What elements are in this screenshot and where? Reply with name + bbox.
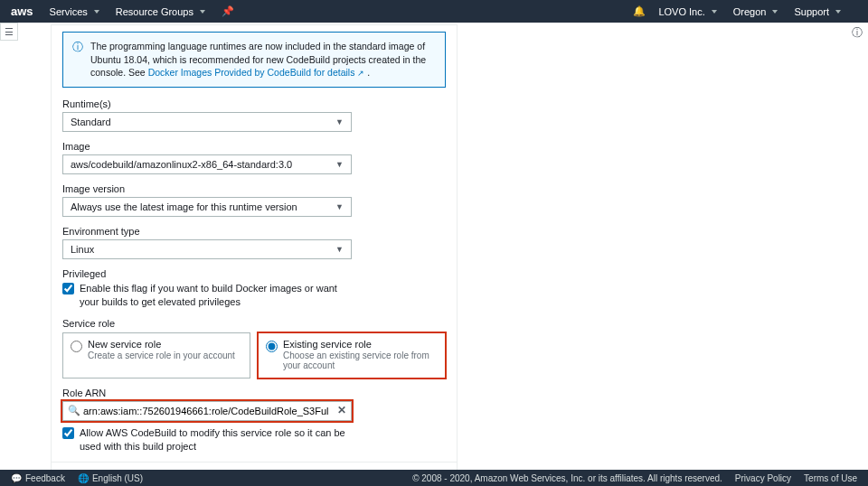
privileged-field: Privileged Enable this flag if you want … (62, 268, 446, 309)
role-arn-input[interactable] (62, 401, 352, 421)
image-value: aws/codebuild/amazonlinux2-x86_64-standa… (71, 159, 292, 170)
existing-role-title: Existing service role (283, 339, 438, 350)
runtime-select[interactable]: Standard ▼ (62, 112, 352, 132)
runtime-field: Runtime(s) Standard ▼ (62, 98, 446, 132)
chevron-down-icon: ▼ (335, 160, 344, 169)
nav-support[interactable]: Support (794, 6, 841, 17)
caret-down-icon (712, 10, 717, 14)
image-version-select[interactable]: Always use the latest image for this run… (62, 197, 352, 217)
runtime-value: Standard (71, 117, 111, 127)
environment-panel: ⓘ The programming language runtimes are … (51, 24, 458, 470)
external-link-icon: ↗ (357, 69, 364, 78)
banner-link-text: Docker Images Provided by CodeBuild for … (148, 67, 355, 78)
banner-link[interactable]: Docker Images Provided by CodeBuild for … (148, 67, 365, 78)
nav-notifications[interactable]: 🔔 (633, 5, 646, 17)
hamburger-icon: ☰ (5, 26, 14, 38)
caret-down-icon (772, 10, 778, 14)
nav-pin[interactable]: 📌 (222, 5, 234, 17)
search-icon: 🔍 (68, 405, 80, 416)
role-arn-label: Role ARN (62, 388, 446, 398)
nav-resource-groups[interactable]: Resource Groups (116, 6, 205, 17)
role-arn-field: Role ARN 🔍 ✕ Allow AWS CodeBuild to modi… (62, 388, 446, 453)
allow-modify-row[interactable]: Allow AWS CodeBuild to modify this servi… (62, 426, 352, 453)
top-nav: aws Services Resource Groups 📌 🔔 LOVO In… (0, 0, 868, 23)
chevron-down-icon: ▼ (335, 117, 344, 126)
allow-modify-label: Allow AWS CodeBuild to modify this servi… (80, 426, 352, 453)
caret-down-icon (835, 10, 841, 14)
caret-down-icon (94, 10, 99, 14)
runtime-info-banner: ⓘ The programming language runtimes are … (62, 32, 446, 88)
clear-icon[interactable]: ✕ (337, 404, 346, 416)
env-type-label: Environment type (62, 226, 446, 237)
aws-logo-text: aws (11, 5, 33, 18)
pin-icon: 📌 (222, 5, 234, 17)
chevron-down-icon: ▼ (335, 202, 344, 211)
new-service-role-card[interactable]: New service role Create a service role i… (62, 332, 250, 379)
env-type-value: Linux (71, 244, 94, 255)
env-type-select[interactable]: Linux ▼ (62, 239, 352, 259)
image-label: Image (62, 141, 446, 152)
existing-role-desc: Choose an existing service role from you… (283, 350, 438, 370)
env-type-field: Environment type Linux ▼ (62, 226, 446, 259)
image-select[interactable]: aws/codebuild/amazonlinux2-x86_64-standa… (62, 154, 352, 174)
service-role-field: Service role New service role Create a s… (62, 318, 446, 379)
nav-account-label: LOVO Inc. (658, 6, 704, 17)
existing-service-role-radio[interactable] (266, 341, 278, 352)
privileged-checkbox-row[interactable]: Enable this flag if you want to build Do… (62, 282, 352, 309)
nav-account[interactable]: LOVO Inc. (658, 6, 716, 17)
nav-resource-groups-label: Resource Groups (116, 6, 193, 17)
role-arn-wrap: 🔍 ✕ (62, 401, 352, 421)
allow-modify-checkbox[interactable] (62, 427, 74, 439)
bell-icon: 🔔 (633, 5, 646, 17)
image-version-value: Always use the latest image for this run… (71, 201, 297, 212)
nav-services[interactable]: Services (50, 6, 99, 17)
new-role-title: New service role (88, 339, 235, 350)
info-panel-toggle[interactable]: ⓘ (850, 25, 864, 40)
image-version-label: Image version (62, 183, 446, 194)
image-version-field: Image version Always use the latest imag… (62, 183, 446, 217)
nav-services-label: Services (50, 6, 88, 17)
runtime-label: Runtime(s) (62, 98, 446, 109)
privileged-label: Privileged (62, 268, 446, 279)
new-role-desc: Create a service role in your account (88, 350, 235, 360)
nav-region[interactable]: Oregon (733, 6, 778, 17)
privileged-checkbox[interactable] (62, 283, 74, 294)
existing-service-role-card[interactable]: Existing service role Choose an existing… (258, 332, 446, 379)
chevron-down-icon: ▼ (335, 245, 344, 254)
info-icon: ⓘ (852, 25, 863, 41)
image-field: Image aws/codebuild/amazonlinux2-x86_64-… (62, 141, 446, 174)
aws-logo[interactable]: aws (11, 5, 33, 18)
additional-config: ▶ Additional configuration Timeout, cert… (62, 463, 446, 470)
new-service-role-radio[interactable] (71, 341, 82, 352)
privileged-checkbox-label: Enable this flag if you want to build Do… (80, 282, 352, 309)
nav-region-label: Oregon (733, 6, 767, 17)
info-icon: ⓘ (72, 40, 83, 79)
nav-support-label: Support (794, 6, 829, 17)
caret-down-icon (200, 10, 205, 14)
sidebar-toggle[interactable]: ☰ (0, 23, 18, 41)
service-role-label: Service role (62, 318, 446, 329)
